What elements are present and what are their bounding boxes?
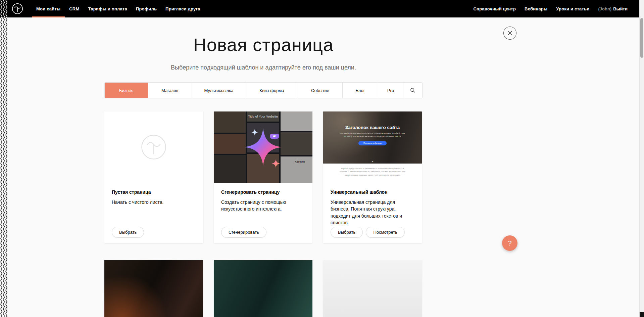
ai-sparkle-group — [214, 111, 312, 183]
preview-cta-button: Призыв к действию — [358, 141, 387, 145]
tab-business[interactable]: Бизнес — [105, 83, 148, 98]
preview-text-section: Коротко представьтесь и расскажите о ком… — [323, 164, 422, 183]
tilda-logo[interactable] — [12, 3, 23, 14]
page-subtitle: Выберите подходящий шаблон и адаптируйте… — [0, 64, 527, 71]
choose-button[interactable]: Выбрать — [331, 227, 363, 238]
scrollbar-corner — [640, 312, 644, 317]
choose-button[interactable]: Выбрать — [112, 227, 144, 238]
card-actions: Выбрать Посмотреть — [331, 227, 414, 238]
nav-item-profile[interactable]: Профиль — [132, 0, 161, 17]
nav-item-my-sites[interactable]: Мои сайты — [32, 0, 65, 17]
close-icon — [507, 31, 512, 36]
content-column: Бизнес Магазин Мультиссылка Квиз-форма С… — [104, 82, 423, 317]
new-page-modal: Новая страница Выберите подходящий шабло… — [0, 17, 527, 317]
card-title: Пустая страница — [112, 189, 196, 195]
nav-item-tariffs[interactable]: Тарифы и оплата — [84, 0, 131, 17]
main-menu: Мои сайты CRM Тарифы и оплата Профиль Пр… — [32, 0, 204, 17]
top-navbar: Мои сайты CRM Тарифы и оплата Профиль Пр… — [0, 0, 644, 17]
zigzag-edge-decoration — [0, 0, 7, 17]
nav-item-lessons[interactable]: Уроки и статьи — [552, 6, 594, 11]
tab-quiz[interactable]: Квиз-форма — [246, 83, 298, 98]
small-sparkle-icon — [251, 129, 258, 136]
scrollbar-track[interactable] — [639, 0, 644, 317]
tab-multilink[interactable]: Мультиссылка — [192, 83, 246, 98]
card-description: Начать с чистого листа. — [112, 199, 196, 206]
help-button[interactable]: ? — [502, 235, 517, 251]
card-title: Сгенерировать страницу — [221, 189, 305, 195]
search-icon — [410, 88, 415, 93]
blank-page-preview — [104, 111, 203, 183]
template-card-partial[interactable] — [323, 260, 422, 317]
card-body: Универсальный шаблон Универсальная стран… — [323, 183, 422, 243]
template-cards-row-2 — [104, 260, 423, 317]
template-card-blank[interactable]: Пустая страница Начать с чистого листа. … — [104, 111, 203, 243]
scrollbar-thumb[interactable] — [640, 18, 643, 58]
nav-item-invite-friend[interactable]: Пригласи друга — [161, 0, 204, 17]
close-button[interactable] — [503, 27, 516, 40]
zigzag-edge-decoration — [0, 17, 7, 317]
secondary-menu: Справочный центр Вебинары Уроки и статьи… — [469, 6, 632, 11]
universal-template-preview: Заголовок вашего сайта Добавьте интересн… — [323, 111, 422, 183]
username-label: (John) — [598, 6, 611, 11]
nav-item-crm[interactable]: CRM — [65, 0, 84, 17]
small-sparkle-icon — [271, 159, 280, 168]
tab-shop[interactable]: Магазин — [148, 83, 192, 98]
template-card-universal[interactable]: Заголовок вашего сайта Добавьте интересн… — [323, 111, 422, 243]
chevron-down-icon: ⌄ — [323, 159, 422, 163]
logout-link[interactable]: (John) Выйти — [594, 6, 632, 11]
tab-event[interactable]: Событие — [298, 83, 342, 98]
ai-badge: AI — [270, 134, 279, 139]
nav-item-help-center[interactable]: Справочный центр — [469, 6, 521, 11]
card-description: Создать страницу с помощью искусственног… — [221, 199, 305, 213]
card-actions: Выбрать — [112, 227, 196, 238]
tab-pro[interactable]: Pro — [378, 83, 403, 98]
tilda-watermark-icon — [140, 134, 167, 161]
page-title: Новая страница — [0, 34, 527, 55]
preview-hero-subtitle: Добавьте интересные подробности о вашей … — [340, 132, 405, 138]
template-cards-row: Пустая страница Начать с чистого листа. … — [104, 111, 423, 243]
template-card-partial[interactable] — [214, 260, 312, 317]
tilda-logo-icon — [12, 3, 23, 14]
card-body: Пустая страница Начать с чистого листа. … — [104, 183, 203, 243]
tab-blog[interactable]: Блог — [342, 83, 378, 98]
template-card-partial[interactable] — [104, 260, 203, 317]
generate-button[interactable]: Сгенерировать — [221, 227, 266, 238]
preview-hero: Заголовок вашего сайта Добавьте интересн… — [323, 111, 422, 164]
ai-preview-image: Title of Your Website About us — [214, 111, 312, 183]
template-category-tabs: Бизнес Магазин Мультиссылка Квиз-форма С… — [104, 82, 423, 98]
logout-label: Выйти — [613, 6, 628, 11]
template-card-ai-generate[interactable]: Title of Your Website About us — [214, 111, 312, 243]
card-title: Универсальный шаблон — [331, 189, 414, 195]
nav-item-webinars[interactable]: Вебинары — [520, 6, 552, 11]
preview-hero-title: Заголовок вашего сайта — [323, 111, 422, 130]
card-description: Универсальная страница для бизнеса. Поня… — [331, 199, 414, 226]
preview-body-text: Коротко представьтесь и расскажите о ком… — [337, 167, 408, 177]
card-actions: Сгенерировать — [221, 227, 305, 238]
view-button[interactable]: Посмотреть — [366, 227, 405, 238]
tab-search[interactable] — [403, 83, 422, 98]
card-body: Сгенерировать страницу Создать страницу … — [214, 183, 312, 243]
